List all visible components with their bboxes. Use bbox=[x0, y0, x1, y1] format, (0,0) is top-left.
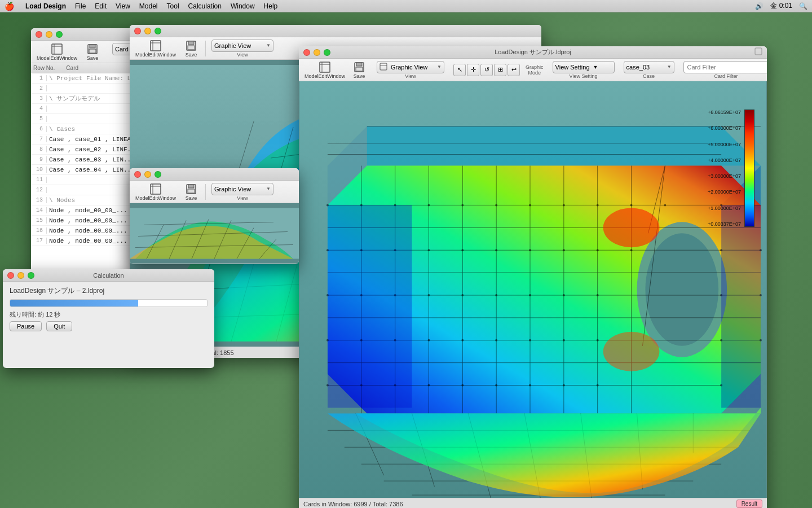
view-label-small: View bbox=[237, 195, 248, 201]
view-label-back: View bbox=[237, 52, 248, 58]
pause-button[interactable]: Pause bbox=[10, 321, 42, 331]
model-edit-window-btn[interactable]: ModelEditWindow bbox=[34, 42, 80, 62]
close-btn-calc[interactable] bbox=[7, 272, 14, 279]
legend-val-6: +1.00000E+07 bbox=[708, 205, 741, 211]
legend-val-1: +6.00000E+07 bbox=[708, 125, 741, 131]
minimize-btn-back[interactable] bbox=[144, 28, 151, 34]
svg-point-93 bbox=[563, 204, 565, 206]
result-btn-main[interactable]: Result bbox=[736, 500, 762, 508]
maximize-btn-small[interactable] bbox=[155, 171, 161, 178]
zoom-btn-main[interactable]: ⊞ bbox=[494, 64, 506, 76]
svg-point-116 bbox=[529, 294, 531, 296]
maximize-button[interactable] bbox=[56, 31, 63, 38]
maximize-btn-calc[interactable] bbox=[28, 272, 34, 279]
model-edit-label-main: ModelEditWindow bbox=[304, 73, 345, 79]
svg-point-136 bbox=[461, 384, 464, 387]
save-btn-small[interactable]: Save bbox=[183, 182, 200, 202]
maximize-btn-back[interactable] bbox=[155, 28, 161, 34]
case-select[interactable]: case_03 ▼ bbox=[624, 61, 674, 73]
maximize-btn-main[interactable] bbox=[324, 49, 330, 56]
menubar-calculation[interactable]: Calculation bbox=[188, 2, 222, 10]
model-edit-btn-main[interactable]: ModelEditWindow bbox=[302, 60, 347, 80]
model-edit-btn-back[interactable]: ModelEditWindow bbox=[133, 38, 178, 59]
view-setting-btn-main[interactable]: View Setting ▼ bbox=[553, 61, 615, 73]
minimize-btn-main[interactable] bbox=[314, 49, 320, 56]
graphic-view-main-window: LoadDesign サンプル.ldproj ModelEditWindow bbox=[299, 46, 767, 508]
menubar-view[interactable]: View bbox=[116, 2, 130, 10]
pointer-btn-main[interactable]: ↖ bbox=[453, 64, 466, 76]
calc-time-remaining: 残り時間: 約 12 秒 bbox=[10, 310, 208, 319]
svg-point-89 bbox=[427, 204, 430, 206]
view-icon-main bbox=[379, 63, 387, 72]
svg-point-95 bbox=[630, 204, 633, 206]
svg-point-129 bbox=[597, 339, 599, 341]
view-setting-value-main: View Setting bbox=[555, 64, 590, 71]
svg-rect-6 bbox=[151, 41, 161, 51]
close-btn-main[interactable] bbox=[303, 49, 310, 56]
menubar-help[interactable]: Help bbox=[264, 2, 278, 10]
model-edit-label: ModelEditWindow bbox=[37, 55, 77, 61]
svg-rect-43 bbox=[755, 48, 762, 55]
view-select-value-back: Graphic View bbox=[214, 42, 251, 49]
small-fem-viewport[interactable] bbox=[130, 203, 299, 264]
model-edit-icon bbox=[51, 43, 63, 55]
graphic-mode-btns-main: ↖ ✛ ↺ ⊞ ↩ bbox=[453, 64, 520, 76]
menubar-tool[interactable]: Tool bbox=[167, 2, 179, 10]
save-icon bbox=[86, 43, 99, 55]
svg-point-127 bbox=[529, 339, 531, 341]
save-label-main: Save bbox=[354, 73, 365, 79]
move-btn-main[interactable]: ✛ bbox=[467, 64, 479, 76]
sep-back bbox=[205, 41, 206, 56]
quit-button[interactable]: Quit bbox=[46, 321, 72, 331]
minimize-button[interactable] bbox=[46, 31, 52, 38]
fem-viewport-main[interactable]: +6.06159E+07 +6.00000E+07 +5.00000E+07 +… bbox=[299, 81, 767, 508]
legend-val-4: +3.00000E+07 bbox=[708, 173, 741, 179]
view-select-main[interactable]: Graphic View ▼ bbox=[377, 61, 444, 73]
minimize-btn-calc[interactable] bbox=[17, 272, 24, 279]
model-edit-label-back: ModelEditWindow bbox=[135, 52, 176, 58]
model-edit-icon-back bbox=[149, 40, 162, 52]
save-label-back: Save bbox=[186, 52, 197, 58]
svg-rect-145 bbox=[721, 205, 761, 408]
view-setting-down-icon: ▼ bbox=[593, 64, 598, 70]
svg-point-126 bbox=[495, 339, 497, 341]
save-label-small: Save bbox=[186, 195, 197, 201]
svg-rect-0 bbox=[52, 44, 62, 54]
minimize-btn-small[interactable] bbox=[144, 171, 151, 178]
svg-point-96 bbox=[664, 204, 666, 206]
save-btn-back[interactable]: Save bbox=[183, 38, 200, 59]
small-toolbar: ModelEditWindow Save Graphic View ▼ bbox=[130, 181, 299, 203]
calculation-window: Calculation LoadDesign サンプル – 2.ldproj 残… bbox=[3, 269, 214, 368]
save-btn[interactable]: Save bbox=[84, 42, 101, 62]
card-filter-input[interactable] bbox=[683, 61, 767, 73]
model-edit-btn-small[interactable]: ModelEditWindow bbox=[133, 182, 178, 202]
window-controls bbox=[36, 31, 63, 38]
menubar-model[interactable]: Model bbox=[139, 2, 158, 10]
view-select-small[interactable]: Graphic View ▼ bbox=[211, 183, 273, 195]
volume-icon[interactable]: 🔊 bbox=[755, 2, 764, 10]
reset-btn-main[interactable]: ↩ bbox=[508, 64, 520, 76]
rotate-btn-main[interactable]: ↺ bbox=[480, 64, 493, 76]
search-icon[interactable]: 🔍 bbox=[799, 2, 807, 10]
menubar-window[interactable]: Window bbox=[231, 2, 255, 10]
case-label: Case bbox=[643, 73, 655, 79]
menubar-file[interactable]: File bbox=[75, 2, 86, 10]
legend-val-2: +5.00000E+07 bbox=[708, 142, 741, 147]
graphic-main-title: LoadDesign サンプル.ldproj bbox=[495, 48, 571, 56]
calc-buttons: Pause Quit bbox=[10, 321, 208, 331]
close-btn-back[interactable] bbox=[134, 28, 141, 34]
model-edit-icon-main bbox=[319, 61, 331, 73]
menubar-load-design[interactable]: Load Design bbox=[25, 2, 66, 10]
legend-bar bbox=[744, 110, 754, 227]
close-button[interactable] bbox=[36, 31, 42, 38]
view-select-back[interactable]: Graphic View ▼ bbox=[211, 40, 273, 52]
save-btn-main[interactable]: Save bbox=[351, 60, 368, 80]
svg-point-104 bbox=[529, 249, 531, 251]
apple-menu[interactable]: 🍎 bbox=[5, 2, 14, 11]
resize-icon bbox=[754, 47, 762, 55]
svg-rect-10 bbox=[188, 41, 194, 45]
save-icon-small bbox=[185, 183, 197, 195]
close-btn-small[interactable] bbox=[134, 171, 141, 178]
menubar-edit[interactable]: Edit bbox=[95, 2, 107, 10]
card-header: Card bbox=[66, 65, 78, 71]
